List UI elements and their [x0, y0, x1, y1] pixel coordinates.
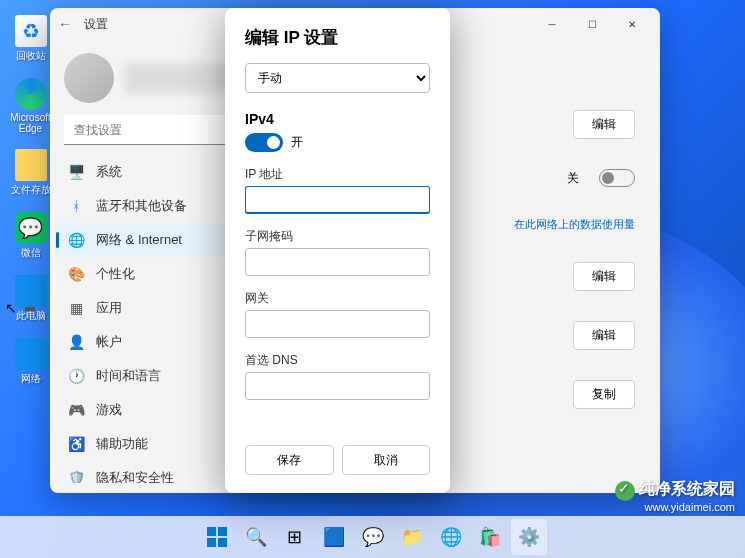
- pc-icon: [15, 275, 47, 307]
- watermark-logo-icon: [615, 481, 635, 501]
- ip-label: IP 地址: [245, 166, 430, 183]
- data-usage-link[interactable]: 在此网络上的数据使用量: [514, 217, 635, 232]
- wechat-icon: 💬: [15, 212, 47, 244]
- desktop-network[interactable]: 网络: [8, 338, 53, 386]
- nav-label: 辅助功能: [96, 435, 148, 453]
- nav-label: 帐户: [96, 333, 122, 351]
- nav-label: 游戏: [96, 401, 122, 419]
- maximize-button[interactable]: ☐: [572, 10, 612, 38]
- gateway-label: 网关: [245, 290, 430, 307]
- user-block[interactable]: [64, 50, 241, 105]
- desktop-recycle-bin[interactable]: ♻回收站: [8, 15, 53, 63]
- nav-label: 系统: [96, 163, 122, 181]
- folder-icon: [15, 149, 47, 181]
- nav-item-8[interactable]: ♿辅助功能: [56, 427, 249, 461]
- search-input[interactable]: [64, 115, 241, 145]
- dns1-label: 首选 DNS: [245, 352, 430, 369]
- subnet-mask-input[interactable]: [245, 248, 430, 276]
- edit-button-2[interactable]: 编辑: [573, 262, 635, 291]
- nav-label: 网络 & Internet: [96, 231, 182, 249]
- explorer-taskbar[interactable]: 📁: [394, 519, 430, 555]
- nav-icon: 🖥️: [68, 164, 84, 180]
- edge-icon: [15, 78, 47, 110]
- nav-icon: 🎨: [68, 266, 84, 282]
- modal-title: 编辑 IP 设置: [245, 26, 430, 49]
- toggle-on-label: 开: [291, 134, 303, 151]
- subnet-label: 子网掩码: [245, 228, 430, 245]
- desktop-wechat[interactable]: 💬微信: [8, 212, 53, 260]
- user-info-blur: [124, 63, 241, 93]
- search-taskbar[interactable]: 🔍: [238, 519, 274, 555]
- ip-mode-select[interactable]: 手动: [245, 63, 430, 93]
- watermark: 纯净系统家园 www.yidaimei.com: [615, 479, 735, 513]
- desktop-edge[interactable]: Microsoft Edge: [8, 78, 53, 134]
- start-button[interactable]: [199, 519, 235, 555]
- nav-item-5[interactable]: 👤帐户: [56, 325, 249, 359]
- gateway-input[interactable]: [245, 310, 430, 338]
- avatar: [64, 53, 114, 103]
- svg-rect-3: [218, 538, 227, 547]
- nav-item-7[interactable]: 🎮游戏: [56, 393, 249, 427]
- cancel-button[interactable]: 取消: [342, 445, 431, 475]
- nav-label: 个性化: [96, 265, 135, 283]
- off-label: 关: [567, 170, 579, 187]
- nav-icon: ▦: [68, 300, 84, 316]
- metered-toggle[interactable]: [599, 169, 635, 187]
- nav-label: 蓝牙和其他设备: [96, 197, 187, 215]
- svg-rect-2: [207, 538, 216, 547]
- nav-item-0[interactable]: 🖥️系统: [56, 155, 249, 189]
- nav-item-6[interactable]: 🕐时间和语言: [56, 359, 249, 393]
- network-icon: [15, 338, 47, 370]
- close-button[interactable]: ✕: [612, 10, 652, 38]
- nav-icon: 👤: [68, 334, 84, 350]
- chat-taskbar[interactable]: 💬: [355, 519, 391, 555]
- nav-label: 时间和语言: [96, 367, 161, 385]
- widgets[interactable]: 🟦: [316, 519, 352, 555]
- edge-taskbar[interactable]: 🌐: [433, 519, 469, 555]
- nav-label: 应用: [96, 299, 122, 317]
- store-taskbar[interactable]: 🛍️: [472, 519, 508, 555]
- edit-button-1[interactable]: 编辑: [573, 110, 635, 139]
- desktop-icons: ♻回收站 Microsoft Edge 文件存放 💬微信 此电脑 网络: [8, 15, 53, 386]
- recycle-icon: ♻: [15, 15, 47, 47]
- app-title: 设置: [84, 16, 108, 33]
- nav-icon: 🕐: [68, 368, 84, 384]
- ipv4-toggle[interactable]: [245, 133, 283, 152]
- nav-item-3[interactable]: 🎨个性化: [56, 257, 249, 291]
- nav-icon: ᚼ: [68, 198, 84, 214]
- svg-rect-1: [218, 527, 227, 536]
- nav-item-9[interactable]: 🛡️隐私和安全性: [56, 461, 249, 483]
- taskbar: 🔍 ⊞ 🟦 💬 📁 🌐 🛍️ ⚙️: [0, 516, 745, 558]
- desktop-this-pc[interactable]: 此电脑: [8, 275, 53, 323]
- minimize-button[interactable]: ─: [532, 10, 572, 38]
- copy-button[interactable]: 复制: [573, 380, 635, 409]
- nav-icon: ♿: [68, 436, 84, 452]
- save-button[interactable]: 保存: [245, 445, 334, 475]
- svg-rect-0: [207, 527, 216, 536]
- desktop-folder[interactable]: 文件存放: [8, 149, 53, 197]
- edit-button-3[interactable]: 编辑: [573, 321, 635, 350]
- ip-address-input[interactable]: [245, 186, 430, 214]
- task-view[interactable]: ⊞: [277, 519, 313, 555]
- nav-item-2[interactable]: 🌐网络 & Internet: [56, 223, 249, 257]
- nav-icon: 🛡️: [68, 470, 84, 483]
- ipv4-heading: IPv4: [245, 111, 430, 127]
- settings-taskbar[interactable]: ⚙️: [511, 519, 547, 555]
- back-button[interactable]: ←: [58, 16, 72, 32]
- nav-label: 隐私和安全性: [96, 469, 174, 483]
- nav-icon: 🌐: [68, 232, 84, 248]
- preferred-dns-input[interactable]: [245, 372, 430, 400]
- nav-item-4[interactable]: ▦应用: [56, 291, 249, 325]
- ip-settings-modal: 编辑 IP 设置 手动 IPv4 开 IP 地址 子网掩码 网关 首选 DNS …: [225, 8, 450, 493]
- nav-item-1[interactable]: ᚼ蓝牙和其他设备: [56, 189, 249, 223]
- nav-icon: 🎮: [68, 402, 84, 418]
